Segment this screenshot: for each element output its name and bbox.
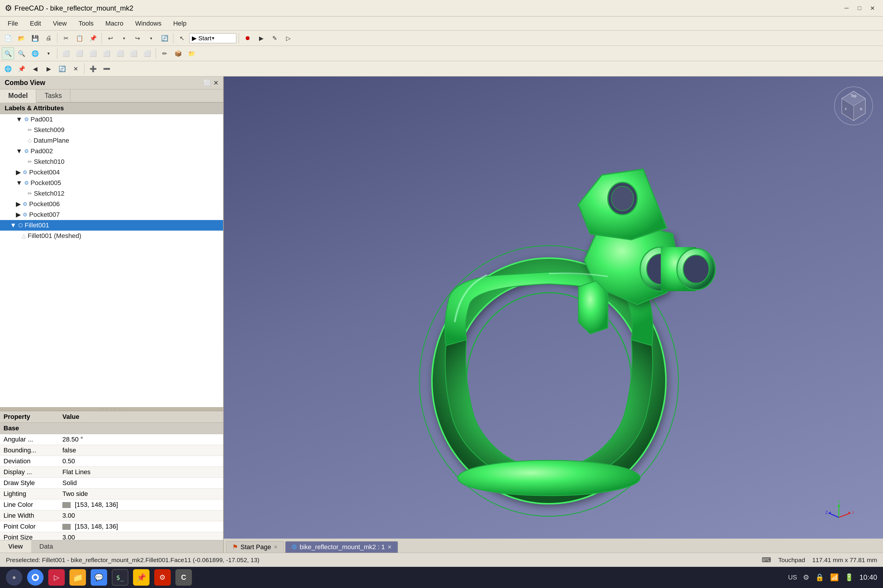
tb-new-button[interactable]: 📄 bbox=[2, 32, 14, 44]
tb-editscript-button[interactable]: ✎ bbox=[268, 32, 281, 44]
tb-reload-button[interactable]: 🔄 bbox=[56, 63, 68, 75]
tb-stop-button[interactable]: ✕ bbox=[69, 63, 82, 75]
start-tab-close[interactable]: ✕ bbox=[274, 544, 278, 550]
tree-item-fillet001[interactable]: ▼ ⬡ Fillet001 bbox=[0, 220, 223, 231]
bottom-tab-data[interactable]: Data bbox=[31, 540, 61, 553]
tb-zoomout-button[interactable]: ➖ bbox=[100, 63, 113, 75]
prop-value-deviation[interactable]: 0.50 bbox=[59, 456, 223, 467]
tb-play-button[interactable]: ▶ bbox=[255, 32, 267, 44]
tb-open2-button[interactable]: 📁 bbox=[185, 47, 198, 60]
tb-open-button[interactable]: 📂 bbox=[15, 32, 28, 44]
prop-row-pointsize[interactable]: Point Size 3.00 bbox=[0, 532, 223, 540]
tb-forward-button[interactable]: ▶ bbox=[42, 63, 55, 75]
tb-copy-button[interactable]: 📋 bbox=[73, 32, 86, 44]
prop-value-lighting[interactable]: Two side bbox=[59, 489, 223, 500]
tb-front-button[interactable]: ⬜ bbox=[73, 47, 86, 60]
combo-view-controls[interactable]: ⬜ ✕ bbox=[204, 80, 218, 87]
taskbar-stadia[interactable]: ▷ bbox=[48, 569, 65, 586]
tree-item-fillet001-meshed[interactable]: △ Fillet001 (Meshed) bbox=[0, 231, 223, 241]
tb-measure-button[interactable]: ✏ bbox=[158, 47, 171, 60]
tree-item-pocket005[interactable]: ▼ ⚙ Pocket005 bbox=[0, 178, 223, 188]
tree-item-pocket007[interactable]: ▶ ⚙ Pocket007 bbox=[0, 209, 223, 220]
tree-item-sketch012[interactable]: ✏ Sketch012 bbox=[0, 188, 223, 199]
tb-right-button[interactable]: ⬜ bbox=[100, 47, 113, 60]
tb-fitsel-button[interactable]: 🔍 bbox=[15, 47, 28, 60]
tb-record-button[interactable]: ⏺ bbox=[241, 32, 254, 44]
menu-macro[interactable]: Macro bbox=[100, 18, 129, 29]
tb-savescript-button[interactable]: ▷ bbox=[282, 32, 294, 44]
tree-item-pad001[interactable]: ▼ ⚙ Pad001 bbox=[0, 114, 223, 125]
taskbar-chat[interactable]: 💬 bbox=[91, 569, 107, 586]
taskbar-files[interactable]: 📁 bbox=[69, 569, 86, 586]
resize-handle[interactable]: · · · · · bbox=[0, 407, 223, 411]
taskbar-terminal[interactable]: $_ bbox=[112, 569, 128, 586]
vp-tab-model[interactable]: ⚙ bike_reflector_mount_mk2 : 1 ✕ bbox=[285, 541, 398, 553]
viewport[interactable]: Top R F X Y Z bbox=[224, 76, 883, 553]
vp-tab-start[interactable]: ⚑ Start Page ✕ bbox=[226, 541, 284, 553]
menu-view[interactable]: View bbox=[47, 18, 72, 29]
prop-value-bounding[interactable]: false bbox=[59, 445, 223, 456]
prop-value-drawstyle[interactable]: Solid bbox=[59, 478, 223, 489]
tb-redo-dropdown[interactable]: ▾ bbox=[145, 32, 157, 44]
tb-cut-button[interactable]: ✂ bbox=[60, 32, 72, 44]
tb-pin-button[interactable]: 📌 bbox=[15, 63, 28, 75]
tb-fitall-button[interactable]: 🔍 bbox=[2, 47, 14, 60]
prop-row-deviation[interactable]: Deviation 0.50 bbox=[0, 456, 223, 467]
tree-item-pocket006[interactable]: ▶ ⚙ Pocket006 bbox=[0, 199, 223, 209]
menu-file[interactable]: File bbox=[2, 18, 23, 29]
tb-back-button[interactable]: ◀ bbox=[29, 63, 41, 75]
tb-redo-button[interactable]: ↪ bbox=[131, 32, 144, 44]
tb-zoomin-button[interactable]: ➕ bbox=[87, 63, 99, 75]
tb-view-dropdown[interactable]: 🌐 bbox=[29, 47, 41, 60]
prop-row-bounding[interactable]: Bounding... false bbox=[0, 445, 223, 456]
nav-cube[interactable]: Top R F bbox=[833, 85, 874, 126]
tb-select-button[interactable]: ↖ bbox=[176, 32, 188, 44]
combo-view-close-button[interactable]: ✕ bbox=[214, 80, 218, 87]
tb-print-button[interactable]: 🖨 bbox=[42, 32, 55, 44]
taskbar-cursor[interactable]: C bbox=[175, 569, 192, 586]
tab-model[interactable]: Model bbox=[0, 89, 36, 103]
tb-rear-button[interactable]: ⬜ bbox=[114, 47, 126, 60]
prop-value-linewidth[interactable]: 3.00 bbox=[59, 510, 223, 521]
tb-globe-button[interactable]: 🌐 bbox=[2, 63, 14, 75]
prop-value-angular[interactable]: 28.50 ° bbox=[59, 434, 223, 445]
menu-windows[interactable]: Windows bbox=[130, 18, 167, 29]
prop-row-lighting[interactable]: Lighting Two side bbox=[0, 489, 223, 500]
taskbar-keep[interactable]: 📌 bbox=[133, 569, 149, 586]
prop-row-drawstyle[interactable]: Draw Style Solid bbox=[0, 478, 223, 489]
prop-value-pointsize[interactable]: 3.00 bbox=[59, 532, 223, 540]
prop-row-display[interactable]: Display ... Flat Lines bbox=[0, 467, 223, 478]
tree-item-datumplane[interactable]: ◇ DatumPlane bbox=[0, 135, 223, 146]
prop-row-pointcolor[interactable]: Point Color [153, 148, 136] bbox=[0, 521, 223, 532]
tb-save-button[interactable]: 💾 bbox=[29, 32, 41, 44]
tb-bottom-button[interactable]: ⬜ bbox=[128, 47, 140, 60]
menu-help[interactable]: Help bbox=[168, 18, 192, 29]
close-button[interactable]: ✕ bbox=[866, 3, 878, 14]
title-bar-controls[interactable]: ─ □ ✕ bbox=[841, 3, 878, 14]
bottom-tab-view[interactable]: View bbox=[0, 540, 31, 553]
tb-undo-button[interactable]: ↩ bbox=[104, 32, 117, 44]
tb-part-button[interactable]: 📦 bbox=[172, 47, 184, 60]
menu-edit[interactable]: Edit bbox=[24, 18, 46, 29]
tb-left-button[interactable]: ⬜ bbox=[141, 47, 153, 60]
tree-area[interactable]: ▼ ⚙ Pad001 ✏ Sketch009 ◇ DatumPlane ▼ ⚙ … bbox=[0, 114, 223, 407]
tab-tasks[interactable]: Tasks bbox=[36, 89, 70, 102]
tb-viewmenu-button[interactable]: ▾ bbox=[42, 47, 55, 60]
menu-tools[interactable]: Tools bbox=[73, 18, 99, 29]
tb-undo-dropdown[interactable]: ▾ bbox=[118, 32, 130, 44]
taskbar-chrome[interactable] bbox=[27, 569, 44, 586]
tb-top-button[interactable]: ⬜ bbox=[87, 47, 99, 60]
prop-value-display[interactable]: Flat Lines bbox=[59, 467, 223, 478]
prop-row-angular[interactable]: Angular ... 28.50 ° bbox=[0, 434, 223, 445]
minimize-button[interactable]: ─ bbox=[841, 3, 852, 14]
taskbar-freecad[interactable]: ⚙ bbox=[154, 569, 171, 586]
combo-view-float-button[interactable]: ⬜ bbox=[204, 80, 211, 87]
tb-refresh-button[interactable]: 🔄 bbox=[158, 32, 171, 44]
tree-item-sketch010[interactable]: ✏ Sketch010 bbox=[0, 156, 223, 167]
prop-row-linewidth[interactable]: Line Width 3.00 bbox=[0, 510, 223, 521]
tree-item-pocket004[interactable]: ▶ ⚙ Pocket004 bbox=[0, 167, 223, 178]
tree-item-sketch009[interactable]: ✏ Sketch009 bbox=[0, 125, 223, 135]
maximize-button[interactable]: □ bbox=[854, 3, 865, 14]
tb-macro-dropdown[interactable]: ▶ Start ▾ bbox=[189, 33, 236, 43]
tb-home-button[interactable]: ⬜ bbox=[60, 47, 72, 60]
